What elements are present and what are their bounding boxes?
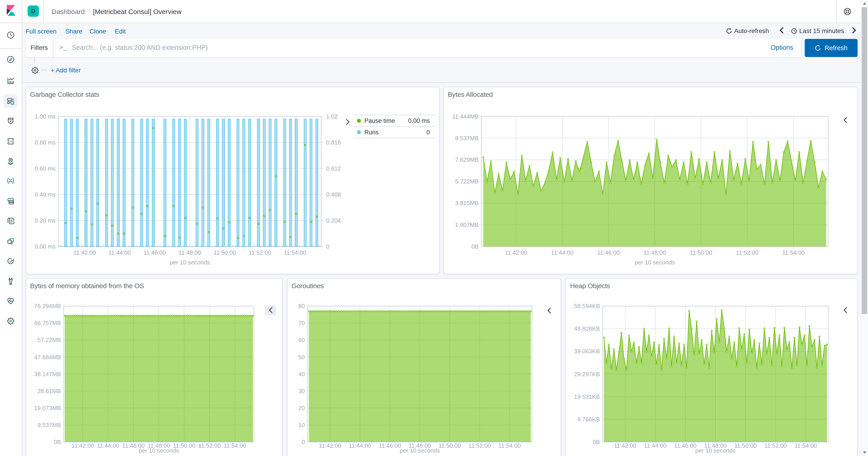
svg-text:0: 0 xyxy=(302,438,305,445)
svg-text:76.294MB: 76.294MB xyxy=(34,303,61,309)
svg-text:0: 0 xyxy=(326,243,329,250)
svg-text:11:42:00: 11:42:00 xyxy=(319,442,341,449)
svg-text:0.816: 0.816 xyxy=(326,139,341,146)
svg-text:29.297KB: 29.297KB xyxy=(574,371,600,377)
svg-text:0B: 0B xyxy=(54,438,61,445)
svg-text:1.02: 1.02 xyxy=(326,113,338,120)
svg-text:11:48:00: 11:48:00 xyxy=(178,249,201,256)
svg-text:11:50:00: 11:50:00 xyxy=(213,249,236,256)
svg-text:11:54:00: 11:54:00 xyxy=(283,249,306,256)
svg-text:0.20 ms: 0.20 ms xyxy=(35,217,56,224)
svg-text:0.204: 0.204 xyxy=(326,217,341,224)
svg-text:38.147MB: 38.147MB xyxy=(34,371,61,377)
svg-text:0B: 0B xyxy=(471,243,478,250)
svg-text:0.00 ms: 0.00 ms xyxy=(408,117,430,124)
svg-text:9.766KB: 9.766KB xyxy=(577,416,600,423)
svg-text:40: 40 xyxy=(298,371,305,377)
svg-text:11:42:00: 11:42:00 xyxy=(71,442,94,449)
svg-text:60: 60 xyxy=(298,337,305,343)
svg-text:5.722MB: 5.722MB xyxy=(455,178,478,185)
svg-text:1.00 ms: 1.00 ms xyxy=(35,113,56,120)
svg-text:0.408: 0.408 xyxy=(326,191,341,198)
svg-text:per 10 seconds: per 10 seconds xyxy=(634,259,675,266)
svg-text:11:44:00: 11:44:00 xyxy=(348,442,371,449)
svg-text:11:46:00: 11:46:00 xyxy=(143,249,166,256)
svg-text:50: 50 xyxy=(298,354,305,361)
svg-text:11:46:00: 11:46:00 xyxy=(674,442,696,449)
svg-text:11.444MB: 11.444MB xyxy=(452,113,478,120)
svg-text:19.531KB: 19.531KB xyxy=(574,393,600,400)
svg-text:30: 30 xyxy=(298,388,305,395)
svg-text:20: 20 xyxy=(298,405,305,411)
svg-text:11:42:00: 11:42:00 xyxy=(614,442,636,449)
svg-text:per 10 seconds: per 10 seconds xyxy=(169,259,210,266)
svg-text:11:52:00: 11:52:00 xyxy=(198,442,220,449)
svg-text:1.907MB: 1.907MB xyxy=(455,222,478,228)
svg-text:0.00 ms: 0.00 ms xyxy=(35,243,56,250)
svg-text:66.757MB: 66.757MB xyxy=(34,320,61,326)
svg-text:47.684MB: 47.684MB xyxy=(34,354,61,361)
svg-text:48.828KB: 48.828KB xyxy=(574,325,600,332)
svg-text:11:52:00: 11:52:00 xyxy=(765,442,787,449)
svg-text:80: 80 xyxy=(298,303,305,309)
svg-text:11:50:00: 11:50:00 xyxy=(689,249,712,256)
svg-text:per 10 seconds: per 10 seconds xyxy=(138,447,179,454)
svg-text:11:48:00: 11:48:00 xyxy=(643,249,666,256)
svg-text:10: 10 xyxy=(298,422,305,428)
svg-text:Pause time: Pause time xyxy=(364,117,395,124)
svg-text:0.80 ms: 0.80 ms xyxy=(35,139,56,146)
svg-text:11:44:00: 11:44:00 xyxy=(97,442,119,449)
svg-text:11:46:00: 11:46:00 xyxy=(597,249,619,256)
svg-text:11:42:00: 11:42:00 xyxy=(73,249,96,256)
svg-text:19.073MB: 19.073MB xyxy=(34,405,61,411)
svg-text:58.594KB: 58.594KB xyxy=(574,303,600,309)
svg-text:Runs: Runs xyxy=(364,129,378,136)
svg-text:11:54:00: 11:54:00 xyxy=(498,442,521,449)
svg-text:0.40 ms: 0.40 ms xyxy=(35,191,56,198)
svg-text:11:46:00: 11:46:00 xyxy=(379,442,401,449)
svg-text:11:50:00: 11:50:00 xyxy=(735,442,757,449)
svg-text:11:54:00: 11:54:00 xyxy=(782,249,804,256)
svg-text:7.629MB: 7.629MB xyxy=(455,156,478,163)
svg-text:11:44:00: 11:44:00 xyxy=(108,249,131,256)
svg-text:3.815MB: 3.815MB xyxy=(455,200,478,206)
svg-text:9.537MB: 9.537MB xyxy=(455,135,478,142)
svg-text:9.537MB: 9.537MB xyxy=(37,422,61,428)
svg-text:0.612: 0.612 xyxy=(326,165,341,172)
svg-text:0.60 ms: 0.60 ms xyxy=(35,165,56,172)
svg-text:11:44:00: 11:44:00 xyxy=(644,442,666,449)
svg-text:11:54:00: 11:54:00 xyxy=(795,442,817,449)
svg-text:11:52:00: 11:52:00 xyxy=(736,249,758,256)
svg-text:per 10 seconds: per 10 seconds xyxy=(695,447,736,454)
svg-text:70: 70 xyxy=(298,320,305,326)
svg-text:11:54:00: 11:54:00 xyxy=(223,442,246,449)
svg-text:per 10 seconds: per 10 seconds xyxy=(400,447,440,454)
svg-text:39.063KB: 39.063KB xyxy=(574,348,600,355)
svg-text:11:52:00: 11:52:00 xyxy=(248,249,271,256)
svg-text:0: 0 xyxy=(426,129,430,136)
svg-text:11:52:00: 11:52:00 xyxy=(468,442,491,449)
svg-text:28.61MB: 28.61MB xyxy=(37,388,61,395)
svg-text:0B: 0B xyxy=(593,438,600,445)
svg-text:11:50:00: 11:50:00 xyxy=(438,442,461,449)
svg-text:11:44:00: 11:44:00 xyxy=(551,249,573,256)
svg-text:57.22MB: 57.22MB xyxy=(37,337,61,343)
svg-text:11:42:00: 11:42:00 xyxy=(504,249,527,256)
